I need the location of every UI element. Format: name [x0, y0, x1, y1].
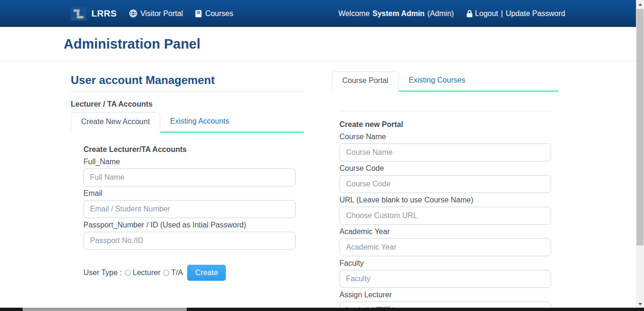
course-code-input[interactable] [339, 175, 551, 193]
scroll-down-icon[interactable] [636, 300, 644, 308]
book-icon [195, 10, 202, 17]
portal-divider [339, 111, 551, 111]
lrrs-logo-icon [71, 7, 87, 21]
email-label: Email [83, 189, 296, 198]
course-name-input[interactable] [339, 143, 551, 161]
academic-year-input[interactable] [339, 238, 551, 256]
email-input[interactable] [83, 200, 296, 218]
welcome-text: Welcome [339, 9, 370, 18]
section-title-user-management: User account Management [71, 74, 304, 87]
user-type-label: User Type : [83, 269, 122, 277]
faculty-label: Faculty [339, 259, 551, 268]
user-name: System Admin [372, 9, 425, 18]
top-navbar: LRRS Visitor Portal Courses [0, 0, 636, 27]
faculty-input[interactable] [339, 270, 551, 288]
tab-course-portal[interactable]: Course Portal [332, 71, 399, 92]
bottom-bar-segment [23, 308, 187, 311]
tab-create-new-account[interactable]: Create New Account [71, 112, 160, 133]
course-code-label: Course Code [339, 164, 551, 173]
section-divider [71, 92, 304, 92]
create-portal-heading: Create new Portal [339, 120, 551, 129]
scrollbar-thumb[interactable] [636, 9, 644, 245]
user-role: (Admin) [428, 9, 454, 18]
globe-icon [129, 9, 137, 17]
vertical-scrollbar[interactable] [636, 0, 644, 311]
page-header: Administration Panel [0, 27, 636, 61]
nav-link-courses[interactable]: Courses [195, 9, 233, 18]
course-name-label: Course Name [339, 133, 551, 141]
create-portal-form: Create new Portal Course Name Course Cod… [339, 120, 551, 311]
brand[interactable]: LRRS [71, 7, 117, 21]
logout-label: Logout [475, 9, 498, 18]
radio-lecturer-label: Lecturer [133, 269, 161, 277]
full-name-label: Full_Name [83, 158, 296, 166]
tab-existing-courses[interactable]: Existing Courses [399, 71, 475, 91]
bottom-edge-bar [0, 308, 644, 311]
user-account-panel: User account Management Lecturer / TA Ac… [71, 61, 304, 311]
nav-separator: | [501, 9, 503, 18]
radio-lecturer[interactable] [125, 270, 131, 276]
nav-link-label: Visitor Portal [140, 9, 183, 18]
custom-url-input[interactable] [339, 207, 551, 225]
full-name-input[interactable] [83, 168, 296, 186]
lock-icon [466, 10, 473, 17]
page-title: Administration Panel [64, 36, 636, 52]
update-password-label: Update Password [506, 9, 565, 18]
lecturer-ta-accounts-subtitle: Lecturer / TA Accounts [71, 100, 304, 109]
course-tabs: Course Portal Existing Courses [332, 71, 558, 92]
course-portal-panel: Course Portal Existing Courses Create ne… [332, 61, 558, 311]
update-password-link[interactable]: Update Password [506, 9, 565, 18]
account-tabs: Create New Account Existing Accounts [71, 112, 304, 133]
scroll-up-icon[interactable] [636, 0, 644, 8]
assign-lecturer-label: Assign Lecturer [339, 291, 551, 299]
create-button[interactable]: Create [187, 265, 226, 281]
passport-id-input[interactable] [83, 232, 296, 250]
academic-year-label: Academic Year [339, 227, 551, 236]
create-account-form: Create Lecturer/TA Accounts Full_Name Em… [83, 145, 296, 281]
custom-url-label: URL (Leave blank to use Course Name) [339, 196, 551, 204]
nav-link-label: Courses [205, 9, 233, 18]
radio-ta[interactable] [163, 270, 169, 276]
user-type-row: User Type : Lecturer T/A Create [83, 265, 296, 281]
passport-id-label: Passport_Number / ID (Used as Intial Pas… [83, 221, 296, 229]
create-account-form-heading: Create Lecturer/TA Accounts [83, 145, 296, 154]
logout-link[interactable]: Logout [466, 9, 498, 18]
nav-link-visitor-portal[interactable]: Visitor Portal [129, 9, 183, 18]
browser-viewport: LRRS Visitor Portal Courses [0, 0, 644, 311]
radio-ta-label: T/A [171, 269, 183, 277]
brand-name: LRRS [91, 8, 117, 19]
tab-existing-accounts[interactable]: Existing Accounts [160, 112, 239, 132]
